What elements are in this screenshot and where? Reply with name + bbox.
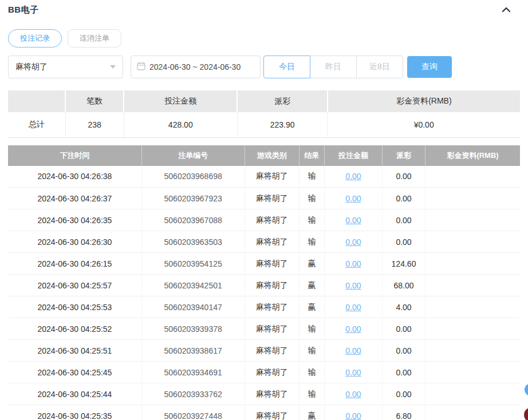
bet-amount-link[interactable]: 0.00 [345,368,361,377]
game-select[interactable]: 麻将胡了 [8,56,123,78]
bet-time-cell: 2024-06-30 04:25:57 [8,275,141,296]
payout-cell: 68.00 [382,275,425,296]
detail-table-body: 2024-06-30 04:26:385060203968698麻将胡了输0.0… [8,166,520,420]
game-type-cell: 麻将胡了 [245,253,300,275]
order-number-cell: 5060203938617 [141,340,245,362]
bet-time-cell: 2024-06-30 04:25:51 [8,340,141,362]
bet-amount-cell: 0.00 [324,405,382,420]
bonus-cell [425,275,520,296]
bet-amount-link[interactable]: 0.00 [345,390,361,399]
table-row: 2024-06-30 04:25:535060203940147麻将胡了赢0.0… [8,296,520,318]
bet-amount-link[interactable]: 0.00 [345,411,361,420]
bet-amount-link[interactable]: 0.00 [345,346,361,355]
header-result: 结果 [300,145,325,166]
game-type-cell: 麻将胡了 [245,166,300,188]
floating-service-button[interactable] [525,383,528,396]
header-game-type: 游戏类别 [245,145,300,166]
summary-header-payout: 派彩 [237,90,327,112]
bet-amount-link[interactable]: 0.00 [345,303,361,312]
last-8-days-button[interactable]: 近8日 [356,56,403,78]
date-range-value: 2024-06-30 ~ 2024-06-30 [149,62,241,72]
date-range-input[interactable]: 2024-06-30 ~ 2024-06-30 [131,56,261,78]
detail-table: 下注时间 注单编号 游戏类别 结果 投注金额 派彩 彩金资料(RMB) 2024… [8,145,520,420]
order-number-cell: 5060203967088 [141,209,245,231]
total-payout: 223.90 [237,112,327,137]
tab-cancelled-orders[interactable]: 连消注单 [68,29,121,47]
bonus-cell [425,296,520,318]
tab-label: 投注记录 [20,33,50,43]
bonus-cell [425,253,520,275]
result-cell: 输 [300,231,325,253]
table-row: 2024-06-30 04:26:305060203963503麻将胡了输0.0… [8,231,520,253]
bet-time-cell: 2024-06-30 04:26:38 [8,166,141,188]
result-cell: 输 [300,362,325,383]
result-cell: 输 [300,166,325,188]
table-row: 2024-06-30 04:25:455060203934691麻将胡了输0.0… [8,362,520,383]
payout-cell: 0.00 [382,383,425,405]
collapse-button[interactable] [497,5,515,16]
bonus-cell [425,405,520,420]
game-type-cell: 麻将胡了 [245,209,300,231]
payout-cell: 124.60 [382,253,425,275]
total-label: 总计 [8,112,65,137]
game-select-value: 麻将胡了 [15,62,48,72]
order-number-cell: 5060203963503 [141,231,245,253]
order-number-cell: 5060203939378 [141,318,245,340]
total-bonus: ¥0.00 [328,112,520,137]
bet-time-cell: 2024-06-30 04:26:37 [8,188,141,209]
query-button[interactable]: 查询 [407,56,452,78]
payout-cell: 0.00 [382,231,425,253]
bet-amount-cell: 0.00 [324,275,382,296]
yesterday-button[interactable]: 昨日 [310,56,357,78]
bet-amount-cell: 0.00 [324,188,382,209]
table-row: 2024-06-30 04:26:155060203954125麻将胡了赢0.0… [8,253,520,275]
bonus-cell [425,188,520,209]
result-cell: 输 [300,318,325,340]
game-type-cell: 麻将胡了 [245,383,300,405]
filter-bar: 麻将胡了 2024-06-30 ~ 2024-06-30 今日 昨日 近8日 查… [8,56,520,78]
header-bet-time: 下注时间 [8,145,141,166]
quick-date-buttons: 今日 昨日 近8日 [263,56,403,78]
bet-amount-cell: 0.00 [324,340,382,362]
header-bonus: 彩金资料(RMB) [425,145,520,166]
payout-cell: 0.00 [382,318,425,340]
bet-time-cell: 2024-06-30 04:25:35 [8,405,141,420]
bet-amount-link[interactable]: 0.00 [345,281,361,290]
result-cell: 赢 [300,296,325,318]
bet-amount-link[interactable]: 0.00 [345,194,361,203]
header-order-number: 注单编号 [141,145,245,166]
bet-time-cell: 2024-06-30 04:26:30 [8,231,141,253]
tab-label: 连消注单 [80,33,109,43]
order-number-cell: 5060203927448 [141,405,245,420]
result-cell: 赢 [300,253,325,275]
payout-cell: 0.00 [382,362,425,383]
result-cell: 输 [300,383,325,405]
bet-amount-cell: 0.00 [324,362,382,383]
floating-promo-button[interactable] [524,407,528,420]
record-type-tabs: 投注记录 连消注单 [8,29,520,47]
summary-header-row: 笔数 投注金额 派彩 彩金资料(RMB) [8,90,520,112]
game-type-cell: 麻将胡了 [245,340,300,362]
bet-amount-link[interactable]: 0.00 [345,324,361,334]
bet-amount-link[interactable]: 0.00 [345,259,361,268]
bet-time-cell: 2024-06-30 04:26:15 [8,253,141,275]
bet-amount-cell: 0.00 [324,209,382,231]
chevron-down-icon [110,65,116,69]
detail-header-row: 下注时间 注单编号 游戏类别 结果 投注金额 派彩 彩金资料(RMB) [8,145,520,166]
bet-amount-link[interactable]: 0.00 [345,172,361,181]
order-number-cell: 5060203954125 [141,253,245,275]
bet-time-cell: 2024-06-30 04:25:45 [8,362,141,383]
table-row: 2024-06-30 04:25:575060203942501麻将胡了赢0.0… [8,275,520,296]
bet-amount-cell: 0.00 [324,166,382,188]
tab-betting-records[interactable]: 投注记录 [8,29,62,47]
order-number-cell: 5060203940147 [141,296,245,318]
order-number-cell: 5060203934691 [141,362,245,383]
game-type-cell: 麻将胡了 [245,405,300,420]
game-type-cell: 麻将胡了 [245,231,300,253]
total-bet-amount: 428.00 [124,112,237,137]
bet-amount-link[interactable]: 0.00 [345,237,361,247]
today-button[interactable]: 今日 [263,56,310,78]
bet-amount-link[interactable]: 0.00 [345,216,361,225]
bonus-cell [425,340,520,362]
payout-cell: 0.00 [382,209,425,231]
